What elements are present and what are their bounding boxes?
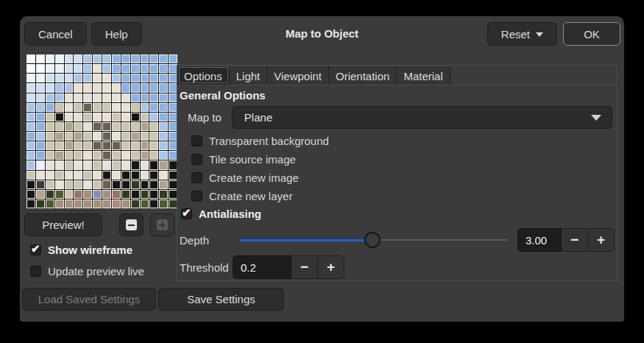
preview-cell — [102, 83, 111, 92]
update-preview-live-label: Update preview live — [48, 265, 144, 277]
preview-cell — [93, 113, 102, 121]
save-settings-button[interactable]: Save Settings — [158, 288, 284, 311]
preview-cell — [121, 180, 130, 189]
preview-cell — [112, 132, 121, 141]
preview-cell — [74, 160, 82, 169]
preview-cell — [83, 151, 92, 160]
preview-cell — [141, 171, 149, 180]
create-new-image-label: Create new image — [209, 172, 299, 184]
preview-cell — [74, 54, 82, 63]
map-to-dropdown[interactable]: Plane — [232, 106, 612, 129]
preview-cell — [46, 132, 54, 141]
preview-cell — [149, 180, 158, 189]
create-new-layer-label: Create new layer — [209, 190, 292, 202]
tab-bar: Options Light Viewpoint Orientation Mate… — [177, 66, 617, 85]
depth-increment-button[interactable]: + — [588, 228, 615, 252]
preview-cell — [46, 93, 54, 102]
update-preview-live-checkbox[interactable]: Update preview live — [30, 265, 144, 277]
preview-cell — [74, 171, 82, 180]
preview-cell — [65, 93, 74, 102]
preview-cell — [159, 83, 168, 92]
help-button[interactable]: Help — [91, 22, 142, 46]
preview-cell — [36, 160, 45, 169]
create-new-image-checkbox[interactable]: Create new image — [191, 169, 617, 187]
cancel-button[interactable]: Cancel — [24, 22, 87, 46]
tab-light[interactable]: Light — [230, 66, 268, 85]
preview-cell — [74, 151, 82, 160]
preview-cell — [55, 199, 64, 208]
threshold-label: Threshold — [180, 261, 233, 274]
preview-cell — [55, 54, 64, 63]
preview-cell — [112, 83, 121, 92]
reset-button[interactable]: Reset — [487, 22, 557, 46]
transparent-background-checkbox[interactable]: Transparent background — [191, 132, 617, 150]
preview-cell — [159, 199, 168, 208]
preview-cell — [74, 64, 82, 73]
depth-decrement-button[interactable]: − — [562, 228, 588, 252]
preview-cell — [74, 74, 82, 82]
preview-cell — [121, 160, 130, 169]
preview-cell — [112, 74, 121, 82]
preview-cell — [149, 160, 158, 169]
preview-cell — [141, 113, 149, 121]
depth-slider-handle[interactable] — [364, 232, 381, 248]
create-new-layer-checkbox[interactable]: Create new layer — [191, 187, 617, 205]
depth-value-field[interactable]: 3.00 — [517, 228, 562, 252]
preview-cell — [36, 93, 45, 102]
threshold-increment-button[interactable]: + — [318, 255, 344, 279]
tab-options[interactable]: Options — [177, 66, 230, 85]
checkbox-box — [181, 208, 192, 219]
preview-image-wireframe[interactable] — [26, 54, 177, 208]
preview-cell — [83, 64, 92, 73]
preview-cell — [149, 83, 158, 92]
preview-cell — [74, 93, 82, 102]
tile-source-image-checkbox[interactable]: Tile source image — [191, 150, 617, 169]
map-to-row: Map to Plane — [188, 106, 612, 129]
depth-slider[interactable] — [240, 231, 507, 249]
preview-cell — [26, 64, 35, 73]
threshold-value-field[interactable]: 0.2 — [233, 255, 291, 279]
tab-orientation[interactable]: Orientation — [329, 66, 397, 85]
threshold-decrement-button[interactable]: − — [291, 255, 318, 279]
show-wireframe-checkbox[interactable]: Show wireframe — [30, 244, 132, 256]
preview-cell — [83, 103, 92, 112]
preview-cell — [26, 113, 35, 121]
preview-cell — [112, 93, 121, 102]
preview-cell — [83, 122, 92, 131]
preview-cell — [159, 190, 168, 199]
preview-cell — [159, 122, 168, 131]
preview-cell — [65, 190, 74, 199]
dialog-header: Cancel Help Map to Object Reset OK — [20, 16, 624, 52]
preview-cell — [36, 132, 45, 141]
tab-viewpoint[interactable]: Viewpoint — [267, 66, 329, 85]
checkbox-box — [191, 172, 202, 183]
preview-cell — [65, 132, 74, 141]
tab-material[interactable]: Material — [397, 66, 450, 85]
preview-cell — [149, 190, 158, 199]
preview-cell — [102, 151, 111, 160]
load-saved-settings-button[interactable]: Load Saved Settings — [22, 288, 156, 311]
preview-cell — [102, 74, 111, 82]
preview-cell — [55, 83, 64, 92]
ok-button[interactable]: OK — [563, 22, 620, 46]
preview-cell — [93, 190, 102, 199]
zoom-out-button[interactable] — [119, 213, 144, 236]
checkbox-box — [30, 244, 41, 255]
preview-cell — [131, 64, 140, 73]
preview-cell — [149, 132, 158, 141]
preview-cell — [112, 54, 121, 63]
map-to-label: Map to — [188, 111, 222, 124]
preview-cell — [83, 93, 92, 102]
antialiasing-checkbox[interactable]: Antialiasing — [181, 205, 617, 222]
preview-cell — [131, 160, 140, 169]
preview-cell — [83, 190, 92, 199]
preview-cell — [93, 64, 102, 73]
preview-cell — [93, 83, 102, 92]
preview-cell — [26, 160, 35, 169]
preview-cell — [102, 113, 111, 121]
preview-cell — [55, 113, 64, 121]
preview-cell — [121, 199, 130, 208]
preview-cell — [55, 122, 64, 131]
preview-button[interactable]: Preview! — [24, 213, 102, 236]
zoom-in-button[interactable] — [150, 213, 174, 236]
